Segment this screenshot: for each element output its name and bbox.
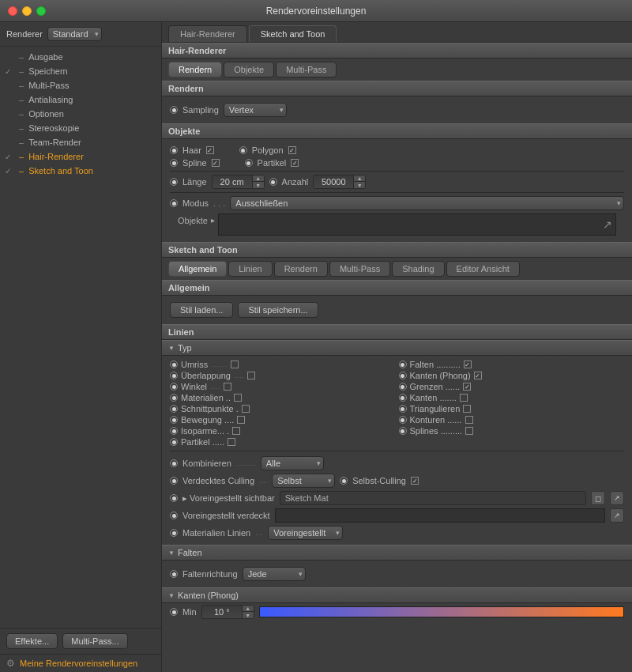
konturen-checkbox[interactable]: [465, 416, 473, 424]
sichtbar-icon-btn2[interactable]: ↗: [610, 491, 624, 505]
splines2-checkbox[interactable]: [465, 427, 473, 435]
tab-hair-renderer[interactable]: Hair-Renderer: [168, 25, 247, 42]
sidebar-item-team-render[interactable]: – Team-Render: [0, 135, 161, 149]
sidebar-item-sketch-and-toon[interactable]: ✓ – Sketch and Toon: [0, 164, 161, 178]
verdecktes-radio[interactable]: [170, 477, 178, 485]
anzahl-spinner[interactable]: 50000 ▲ ▼: [313, 175, 366, 189]
modus-select[interactable]: Ausschließen: [230, 196, 624, 210]
hair-tab-rendern[interactable]: Rendern: [168, 62, 222, 77]
laenge-down[interactable]: ▼: [253, 182, 264, 189]
sidebar-item-multi-pass[interactable]: – Multi-Pass: [0, 78, 161, 92]
tab-sketch-and-toon[interactable]: Sketch and Toon: [249, 25, 337, 42]
winkel-radio[interactable]: [170, 383, 178, 391]
kanten-phong-radio[interactable]: [399, 372, 407, 379]
effekte-button[interactable]: Effekte...: [6, 633, 58, 649]
grenzen-radio[interactable]: [399, 383, 407, 391]
sketch-tab-shading[interactable]: Shading: [392, 261, 444, 277]
sketch-tab-allgemein[interactable]: Allgemein: [168, 261, 227, 277]
sidebar-item-ausgabe[interactable]: – Ausgabe: [0, 50, 161, 64]
partikel2-radio[interactable]: [170, 438, 178, 446]
materialien-radio[interactable]: [170, 394, 178, 402]
umriss-checkbox[interactable]: [231, 361, 239, 368]
objects-box-arrow-icon[interactable]: ↗: [603, 218, 612, 231]
anzahl-up[interactable]: ▲: [354, 175, 365, 182]
schnittpunkte-checkbox[interactable]: [242, 405, 250, 413]
sketch-tab-editor-ansicht[interactable]: Editor Ansicht: [446, 261, 520, 277]
sidebar-item-hair-renderer[interactable]: ✓ – Hair-Renderer: [0, 149, 161, 164]
min-up[interactable]: ▲: [243, 605, 254, 612]
isoparme-radio[interactable]: [170, 427, 178, 435]
bewegung-radio[interactable]: [170, 416, 178, 424]
stil-speichern-button[interactable]: Stil speichern...: [238, 302, 318, 318]
polygon-checkbox[interactable]: [288, 146, 296, 154]
verdeckt-icon-btn[interactable]: ↗: [610, 508, 624, 523]
kombinieren-select[interactable]: Alle: [261, 456, 324, 470]
spline-radio[interactable]: [170, 159, 178, 167]
grenzen-checkbox[interactable]: [463, 383, 471, 391]
objekte-expand-icon[interactable]: ▸: [211, 213, 215, 225]
ueberlappung-radio[interactable]: [170, 372, 178, 379]
triangulieren-checkbox[interactable]: [463, 405, 471, 413]
bewegung-checkbox[interactable]: [237, 416, 245, 424]
anzahl-down[interactable]: ▼: [354, 182, 365, 189]
vorein-sichtbar-radio[interactable]: [170, 494, 178, 502]
sichtbar-icon-btn1[interactable]: ◻: [591, 491, 605, 505]
maximize-button[interactable]: [36, 6, 46, 16]
mat-linien-select[interactable]: Voreingestellt: [268, 526, 343, 540]
sampling-select[interactable]: Vertex: [224, 103, 287, 117]
schnittpunkte-radio[interactable]: [170, 405, 178, 413]
materialien-checkbox[interactable]: [234, 394, 242, 402]
partikel-checkbox[interactable]: [228, 438, 235, 446]
faltenrichtung-select[interactable]: Jede: [243, 567, 306, 581]
min-spinner[interactable]: 10 ° ▲ ▼: [201, 605, 254, 619]
sketch-tab-linien[interactable]: Linien: [228, 261, 272, 277]
mat-linien-radio[interactable]: [170, 529, 178, 537]
selbst-culling-radio[interactable]: [340, 477, 348, 485]
spline-checkbox[interactable]: [212, 159, 220, 167]
selbst-culling-checkbox[interactable]: [411, 477, 419, 485]
splines2-radio[interactable]: [399, 427, 407, 435]
partikel-radio[interactable]: [245, 159, 253, 167]
sidebar-item-stereoskopie[interactable]: – Stereoskopie: [0, 121, 161, 135]
vorein-verdeckt-radio[interactable]: [170, 512, 178, 519]
modus-radio[interactable]: [170, 199, 178, 207]
kombinieren-radio[interactable]: [170, 459, 178, 467]
stil-laden-button[interactable]: Stil laden...: [170, 302, 233, 318]
umriss-radio[interactable]: [170, 361, 178, 368]
falten-collapsible[interactable]: ▼ Falten: [162, 545, 632, 561]
hair-tab-objekte[interactable]: Objekte: [224, 62, 274, 77]
partikel-checkbox[interactable]: [291, 159, 299, 167]
sidebar-item-optionen[interactable]: – Optionen: [0, 107, 161, 121]
multi-pass-button[interactable]: Multi-Pass...: [62, 633, 128, 649]
anzahl-radio[interactable]: [269, 178, 277, 186]
typ-collapsible[interactable]: ▼ Typ: [162, 340, 632, 356]
renderer-select[interactable]: Standard: [47, 27, 102, 41]
sidebar-item-speichern[interactable]: ✓ – Speichern: [0, 64, 161, 78]
sampling-radio[interactable]: [170, 106, 178, 114]
sketch-tab-rendern[interactable]: Rendern: [274, 261, 328, 277]
polygon-radio[interactable]: [239, 146, 247, 154]
verdecktes-select[interactable]: Selbst: [272, 474, 335, 488]
haar-checkbox[interactable]: [206, 146, 214, 154]
falten-checkbox[interactable]: [464, 361, 472, 368]
kanten2-checkbox[interactable]: [460, 394, 468, 402]
triangulieren-radio[interactable]: [399, 405, 407, 413]
min-radio[interactable]: [170, 608, 178, 616]
sidebar-item-antialiasing[interactable]: – Antialiasing: [0, 92, 161, 107]
hair-tab-multi-pass[interactable]: Multi-Pass: [276, 62, 337, 77]
konturen-radio[interactable]: [399, 416, 407, 424]
kanten2-radio[interactable]: [399, 394, 407, 402]
kanten-phong-collapsible[interactable]: ▼ Kanten (Phong): [162, 587, 632, 603]
ueberlappung-checkbox[interactable]: [247, 372, 255, 379]
laenge-up[interactable]: ▲: [253, 175, 264, 182]
faltenrichtung-radio[interactable]: [170, 570, 178, 578]
laenge-radio[interactable]: [170, 178, 178, 186]
minimize-button[interactable]: [22, 6, 32, 16]
falten-radio[interactable]: [399, 361, 407, 368]
laenge-spinner[interactable]: 20 cm ▲ ▼: [212, 175, 265, 189]
winkel-checkbox[interactable]: [224, 383, 231, 391]
isoparme-checkbox[interactable]: [232, 427, 240, 435]
min-down[interactable]: ▼: [243, 612, 254, 619]
sketch-tab-multi-pass[interactable]: Multi-Pass: [329, 261, 390, 277]
kanten-phong-checkbox[interactable]: [474, 372, 482, 379]
